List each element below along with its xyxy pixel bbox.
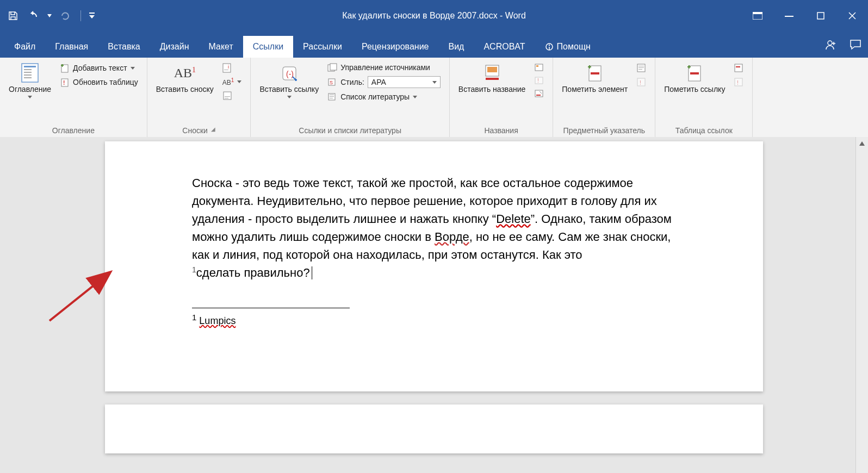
document-page[interactable]: Сноска - это ведь тоже текст, такой же п… bbox=[105, 141, 763, 391]
update-tof-button[interactable]: ! bbox=[532, 75, 546, 86]
mark-citation-button[interactable]: Пометить ссылку bbox=[660, 60, 729, 97]
tab-insert[interactable]: Вставка bbox=[98, 36, 150, 58]
undo-button[interactable] bbox=[25, 7, 42, 24]
show-notes-button[interactable] bbox=[220, 90, 244, 102]
svg-text:S: S bbox=[330, 80, 333, 85]
svg-rect-12 bbox=[24, 74, 32, 76]
tab-home[interactable]: Главная bbox=[45, 36, 98, 58]
next-footnote-button[interactable]: AB1 bbox=[220, 76, 244, 88]
update-index-button[interactable]: ! bbox=[634, 76, 648, 88]
tab-references[interactable]: Ссылки bbox=[243, 36, 293, 58]
toc-button[interactable]: Оглавление bbox=[4, 60, 55, 101]
mark-index-entry-button[interactable]: Пометить элемент bbox=[557, 60, 632, 97]
update-label: Обновить таблицу bbox=[73, 78, 138, 86]
svg-rect-42 bbox=[536, 95, 541, 96]
svg-rect-3 bbox=[785, 16, 793, 17]
toc-label: Оглавление bbox=[9, 85, 51, 95]
tab-file[interactable]: Файл bbox=[4, 36, 45, 58]
document-page-next[interactable] bbox=[105, 404, 763, 453]
update-icon: ! bbox=[60, 77, 70, 87]
svg-point-25 bbox=[295, 79, 297, 81]
svg-rect-10 bbox=[24, 69, 32, 70]
bibliography-button[interactable]: Список литературы bbox=[325, 91, 443, 102]
document-area[interactable]: Сноска - это ведь тоже текст, такой же п… bbox=[0, 137, 868, 473]
window-title: Как удалить сноски в Ворде 2007.docx - W… bbox=[0, 11, 868, 21]
svg-rect-37 bbox=[535, 64, 543, 71]
mark-index-icon bbox=[586, 62, 604, 84]
insert-citation-label: Вставить ссылку bbox=[259, 85, 319, 95]
svg-point-6 bbox=[548, 45, 549, 46]
titlebar: Как удалить сноски в Ворде 2007.docx - W… bbox=[0, 0, 868, 32]
tab-review[interactable]: Рецензирование bbox=[352, 36, 439, 58]
svg-rect-52 bbox=[690, 72, 699, 74]
annotation-arrow bbox=[45, 266, 116, 326]
insert-toa-button[interactable] bbox=[731, 62, 746, 74]
footnote-separator bbox=[192, 308, 350, 308]
svg-point-7 bbox=[828, 41, 832, 45]
footnote-text[interactable]: 1 Lumpics bbox=[192, 313, 681, 327]
add-text-button[interactable]: Добавить текст bbox=[58, 62, 140, 74]
group-toc-label: Оглавление bbox=[4, 125, 142, 137]
insert-tof-button[interactable] bbox=[532, 62, 546, 73]
svg-rect-9 bbox=[24, 66, 36, 67]
caption-icon bbox=[484, 62, 500, 84]
manage-sources-button[interactable]: Управление источниками bbox=[325, 62, 443, 73]
tab-acrobat[interactable]: ACROBAT bbox=[474, 36, 535, 58]
svg-rect-2 bbox=[753, 12, 762, 14]
scroll-up-button[interactable] bbox=[858, 139, 866, 148]
svg-rect-31 bbox=[330, 95, 334, 95]
tab-layout[interactable]: Макет bbox=[199, 36, 243, 58]
update-toa-button[interactable]: ! bbox=[731, 76, 746, 88]
ribbon-tabs: Файл Главная Вставка Дизайн Макет Ссылки… bbox=[0, 32, 868, 58]
svg-rect-21 bbox=[225, 96, 230, 97]
tab-tellme[interactable]: Помощн bbox=[535, 36, 600, 58]
citation-icon: (-) bbox=[281, 62, 298, 84]
redo-button[interactable] bbox=[57, 7, 74, 24]
group-footnotes: AB1 Вставить сноску i AB1 Сноски◢ bbox=[147, 58, 251, 137]
qat-customize[interactable] bbox=[88, 7, 96, 24]
maximize-button[interactable] bbox=[805, 0, 836, 32]
ribbon: Оглавление Добавить текст ! Обновить таб… bbox=[0, 58, 868, 138]
cross-reference-button[interactable] bbox=[532, 88, 546, 99]
insert-citation-button[interactable]: (-) Вставить ссылку bbox=[255, 60, 323, 101]
tab-mailings[interactable]: Рассылки bbox=[293, 36, 352, 58]
group-captions-label: Названия bbox=[454, 125, 548, 137]
svg-rect-27 bbox=[330, 64, 337, 70]
svg-rect-39 bbox=[535, 77, 543, 84]
update-toc-button[interactable]: ! Обновить таблицу bbox=[58, 76, 140, 88]
mark-citation-label: Пометить ссылку bbox=[664, 85, 725, 95]
svg-rect-54 bbox=[736, 66, 740, 67]
comments-button[interactable] bbox=[850, 39, 861, 50]
minimize-button[interactable] bbox=[773, 0, 805, 32]
style-label: Стиль: bbox=[340, 78, 364, 86]
share-button[interactable] bbox=[824, 39, 836, 51]
insert-footnote-button[interactable]: AB1 Вставить сноску bbox=[152, 60, 218, 97]
citation-style-button[interactable]: S Стиль: APA bbox=[325, 75, 443, 89]
svg-rect-46 bbox=[638, 66, 644, 66]
svg-line-57 bbox=[49, 273, 109, 321]
svg-rect-13 bbox=[24, 77, 32, 78]
style-selector[interactable]: APA bbox=[368, 76, 441, 88]
footnote-reference-mark[interactable]: 1 bbox=[192, 265, 196, 274]
insert-endnote-button[interactable]: i bbox=[220, 62, 244, 74]
vertical-scrollbar[interactable] bbox=[855, 137, 868, 473]
insert-index-button[interactable] bbox=[634, 62, 648, 74]
svg-text:i: i bbox=[228, 64, 229, 70]
svg-rect-36 bbox=[486, 78, 499, 80]
svg-text:!: ! bbox=[640, 80, 641, 86]
insert-caption-button[interactable]: Вставить название bbox=[454, 60, 530, 97]
group-index-label: Предметный указатель bbox=[557, 125, 650, 137]
group-footnotes-label: Сноски bbox=[182, 126, 208, 135]
tab-design[interactable]: Дизайн bbox=[150, 36, 199, 58]
svg-rect-55 bbox=[735, 78, 742, 86]
tab-view[interactable]: Вид bbox=[438, 36, 474, 58]
manage-sources-label: Управление источниками bbox=[340, 63, 430, 72]
undo-dropdown[interactable] bbox=[46, 7, 53, 24]
ribbon-display-options[interactable] bbox=[742, 0, 773, 32]
style-icon: S bbox=[327, 78, 337, 86]
document-body-text[interactable]: Сноска - это ведь тоже текст, такой же п… bbox=[192, 174, 681, 282]
save-button[interactable] bbox=[4, 7, 22, 24]
svg-rect-47 bbox=[638, 67, 644, 68]
footnotes-dialog-launcher[interactable]: ◢ bbox=[211, 126, 215, 135]
close-button[interactable] bbox=[836, 0, 868, 32]
